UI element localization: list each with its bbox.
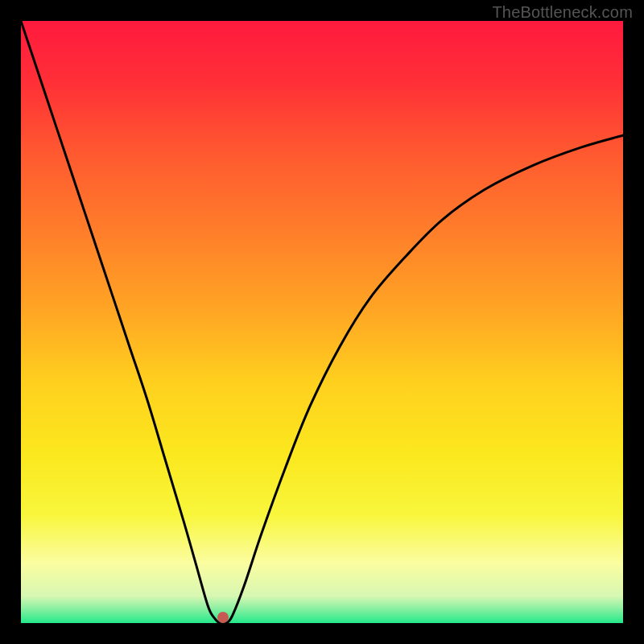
chart-frame bbox=[21, 21, 623, 623]
watermark-text: TheBottleneck.com bbox=[492, 3, 633, 22]
bottleneck-curve bbox=[21, 21, 623, 623]
optimal-point-marker bbox=[217, 612, 229, 623]
